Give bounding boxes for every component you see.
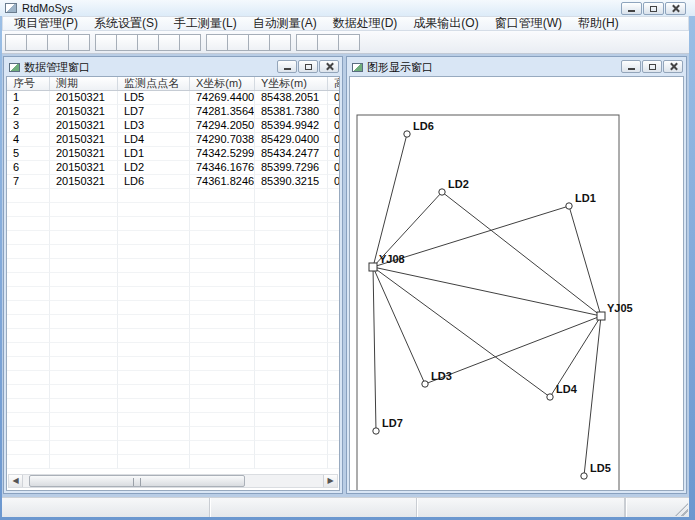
table-cell — [190, 371, 255, 385]
table-row-empty[interactable] — [7, 427, 339, 441]
table-cell — [50, 203, 118, 217]
toolbar-button[interactable] — [116, 34, 138, 51]
table-row-empty[interactable] — [7, 329, 339, 343]
table-cell: 85390.3215 — [255, 175, 328, 189]
toolbar-button[interactable] — [179, 34, 201, 51]
table-cell — [50, 259, 118, 273]
toolbar-button[interactable] — [95, 34, 117, 51]
table-row-empty[interactable] — [7, 357, 339, 371]
graph-window-minimize-button[interactable] — [621, 60, 641, 73]
menu-item[interactable]: 系统设置(S) — [86, 17, 166, 30]
toolbar-button[interactable] — [137, 34, 159, 51]
column-header[interactable]: 序号 — [7, 77, 50, 90]
scroll-right-button[interactable]: ▶ — [323, 475, 337, 487]
table-row-empty[interactable] — [7, 287, 339, 301]
table-cell — [118, 427, 190, 441]
toolbar-button[interactable] — [206, 34, 228, 51]
table-row[interactable]: 420150321LD474290.703885429.04000.00 — [7, 133, 339, 147]
toolbar-button[interactable] — [248, 34, 270, 51]
table-row-empty[interactable] — [7, 301, 339, 315]
table-cell — [328, 231, 340, 245]
toolbar-button[interactable] — [47, 34, 69, 51]
table-row-empty[interactable] — [7, 203, 339, 217]
table-cell — [50, 413, 118, 427]
table-cell — [255, 371, 328, 385]
toolbar-button[interactable] — [338, 34, 360, 51]
table-row-empty[interactable] — [7, 343, 339, 357]
toolbar-button[interactable] — [26, 34, 48, 51]
toolbar-button[interactable] — [296, 34, 318, 51]
table-row-empty[interactable] — [7, 441, 339, 455]
table-row-empty[interactable] — [7, 259, 339, 273]
data-window-restore-button[interactable] — [298, 60, 318, 73]
table-row-empty[interactable] — [7, 245, 339, 259]
close-button[interactable] — [665, 2, 686, 15]
menu-item[interactable]: 成果输出(O) — [405, 17, 486, 30]
data-window-titlebar[interactable]: 数据管理窗口 — [6, 59, 340, 76]
toolbar-button[interactable] — [227, 34, 249, 51]
resize-grip-icon[interactable] — [675, 503, 688, 516]
table-row[interactable]: 520150321LD174342.529985434.24770.00 — [7, 147, 339, 161]
graph-window-restore-button[interactable] — [642, 60, 662, 73]
menu-item[interactable]: 项目管理(P) — [6, 17, 86, 30]
table-cell: LD6 — [118, 175, 190, 189]
table-row[interactable]: 320150321LD374294.205085394.99420.00 — [7, 119, 339, 133]
app-titlebar[interactable]: RtdMoSys — [0, 0, 695, 16]
table-row-empty[interactable] — [7, 385, 339, 399]
table-cell — [328, 343, 340, 357]
scroll-thumb[interactable] — [29, 475, 245, 487]
menu-item[interactable]: 数据处理(D) — [325, 17, 406, 30]
table-row[interactable]: 220150321LD774281.356485381.73800.00 — [7, 105, 339, 119]
table-cell — [328, 203, 340, 217]
column-header[interactable]: Y坐标(m) — [255, 77, 328, 90]
graph-window-close-button[interactable] — [663, 60, 683, 73]
column-header[interactable]: 高程(m) — [328, 77, 340, 90]
menu-item[interactable]: 窗口管理(W) — [487, 17, 570, 30]
table-cell — [118, 203, 190, 217]
data-window-close-button[interactable] — [319, 60, 339, 73]
table-row-empty[interactable] — [7, 273, 339, 287]
menu-item[interactable]: 手工测量(L) — [166, 17, 245, 30]
toolbar-button[interactable] — [68, 34, 90, 51]
data-window-minimize-button[interactable] — [277, 60, 297, 73]
table-row-empty[interactable] — [7, 315, 339, 329]
table-row[interactable]: 620150321LD274346.167685399.72960.00 — [7, 161, 339, 175]
menu-item[interactable]: 帮助(H) — [570, 17, 627, 30]
table-cell — [50, 189, 118, 203]
table-cell — [118, 343, 190, 357]
maximize-button[interactable] — [643, 2, 664, 15]
column-header[interactable]: 测期 — [50, 77, 118, 90]
table-cell — [7, 203, 50, 217]
graph-window-titlebar[interactable]: 图形显示窗口 — [349, 59, 684, 76]
table-row-empty[interactable] — [7, 455, 339, 469]
column-header[interactable]: X坐标(m) — [190, 77, 255, 90]
table-cell — [328, 385, 340, 399]
toolbar-button[interactable] — [269, 34, 291, 51]
table-row[interactable]: 120150321LD574269.440085438.20510.00 — [7, 91, 339, 105]
table-row-empty[interactable] — [7, 189, 339, 203]
table-cell: 0.00 — [328, 133, 340, 147]
table-row-empty[interactable] — [7, 371, 339, 385]
table-cell — [190, 329, 255, 343]
table-cell — [118, 217, 190, 231]
table-cell — [190, 343, 255, 357]
minimize-button[interactable] — [621, 2, 642, 15]
toolbar-button[interactable] — [158, 34, 180, 51]
toolbar-button[interactable] — [317, 34, 339, 51]
column-header[interactable]: 监测点点名 — [118, 77, 190, 90]
table-row[interactable]: 720150321LD674361.824685390.32150.00 — [7, 175, 339, 189]
graph-edge-YJ08-LD3 — [373, 267, 425, 384]
table-row-empty[interactable] — [7, 399, 339, 413]
menu-item[interactable]: 自动测量(A) — [245, 17, 325, 30]
table-cell — [190, 399, 255, 413]
table-cell — [190, 273, 255, 287]
graph-node-YJ05 — [597, 312, 605, 320]
scroll-left-button[interactable]: ◀ — [9, 475, 23, 487]
toolbar-button[interactable] — [5, 34, 27, 51]
table-row-empty[interactable] — [7, 413, 339, 427]
table-cell — [50, 371, 118, 385]
table-row-empty[interactable] — [7, 217, 339, 231]
table-cell — [7, 315, 50, 329]
table-row-empty[interactable] — [7, 231, 339, 245]
graph-node-LD1 — [566, 203, 572, 209]
